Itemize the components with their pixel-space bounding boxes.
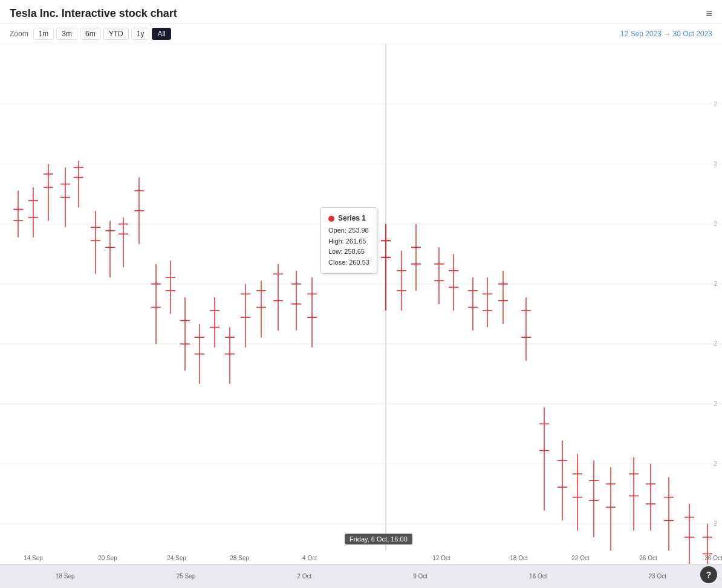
svg-text:22 Oct: 22 Oct (571, 554, 590, 562)
svg-text:2: 2 (714, 399, 717, 407)
nav-label-18sep: 18 Sep (56, 573, 75, 580)
svg-text:2: 2 (714, 520, 717, 528)
svg-text:2: 2 (714, 100, 717, 108)
svg-text:26 Oct: 26 Oct (639, 554, 657, 562)
nav-label-23oct: 23 Oct (649, 573, 666, 580)
zoom-label: Zoom (10, 30, 28, 38)
nav-label-9oct: 9 Oct (413, 573, 428, 580)
date-range-end: 30 Oct 2023 (673, 30, 712, 38)
date-range: 12 Sep 2023 → 30 Oct 2023 (620, 30, 712, 38)
navigator-labels: 18 Sep 25 Sep 2 Oct 9 Oct 16 Oct 23 Oct (0, 564, 722, 588)
svg-text:2: 2 (714, 160, 717, 167)
help-button[interactable]: ? (700, 566, 717, 583)
chart-area[interactable]: 2 2 2 2 2 2 2 2 (0, 44, 722, 564)
svg-text:24 Sep: 24 Sep (167, 554, 186, 562)
svg-text:2: 2 (714, 340, 717, 347)
date-range-start: 12 Sep 2023 (620, 30, 662, 38)
zoom-btn-1m[interactable]: 1m (33, 28, 54, 40)
date-range-arrow: → (663, 30, 672, 38)
crosshair-x-label: Friday, 6 Oct, 16:00 (345, 534, 412, 544)
zoom-btn-1y[interactable]: 1y (131, 28, 150, 40)
chart-svg: 2 2 2 2 2 2 2 2 (0, 44, 722, 564)
svg-text:30 Oct: 30 Oct (704, 554, 722, 562)
zoom-controls: Zoom 1m 3m 6m YTD 1y All (10, 28, 171, 40)
svg-text:2: 2 (714, 459, 717, 467)
nav-label-16oct: 16 Oct (529, 573, 547, 580)
zoom-btn-3m[interactable]: 3m (56, 28, 77, 40)
svg-text:2: 2 (714, 220, 717, 228)
zoom-btn-all[interactable]: All (152, 28, 171, 40)
controls-row: Zoom 1m 3m 6m YTD 1y All 12 Sep 2023 → 3… (0, 24, 722, 44)
header: Tesla Inc. Interactive stock chart ≡ (0, 0, 722, 24)
nav-label-2oct: 2 Oct (297, 573, 311, 580)
svg-text:20 Sep: 20 Sep (98, 554, 117, 562)
svg-text:18 Oct: 18 Oct (510, 554, 528, 562)
chart-container: Tesla Inc. Interactive stock chart ≡ Zoo… (0, 0, 722, 588)
svg-text:14 Sep: 14 Sep (24, 554, 43, 562)
menu-icon[interactable]: ≡ (706, 7, 712, 20)
zoom-btn-ytd[interactable]: YTD (103, 28, 129, 40)
svg-text:28 Sep: 28 Sep (230, 554, 249, 562)
zoom-btn-6m[interactable]: 6m (80, 28, 101, 40)
svg-text:4 Oct: 4 Oct (302, 554, 317, 562)
chart-title: Tesla Inc. Interactive stock chart (10, 7, 177, 20)
nav-label-25sep: 25 Sep (177, 573, 196, 580)
svg-text:2: 2 (714, 280, 717, 288)
navigator-bar[interactable]: 18 Sep 25 Sep 2 Oct 9 Oct 16 Oct 23 Oct … (0, 564, 722, 588)
svg-text:12 Oct: 12 Oct (432, 554, 450, 562)
